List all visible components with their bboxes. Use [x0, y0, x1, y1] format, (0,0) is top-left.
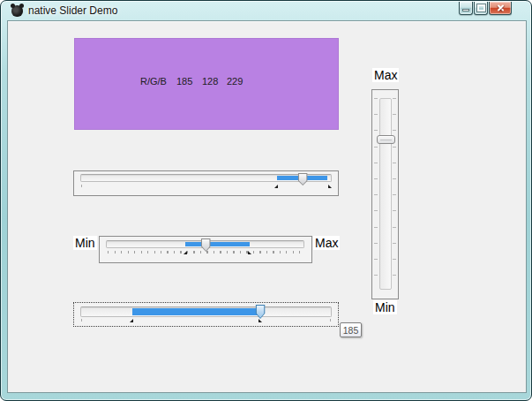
window-title: native Slider Demo — [28, 4, 117, 17]
blue-slider-focused[interactable] — [73, 302, 339, 327]
vertical-slider[interactable] — [371, 89, 399, 299]
blue-slider-thumb[interactable] — [256, 305, 266, 319]
red-value: 185 — [176, 76, 192, 87]
app-icon — [11, 5, 23, 17]
client-area: R/G/B 185 128 229 Min — [7, 20, 527, 393]
vertical-slider-min-label: Min — [373, 300, 397, 314]
caption-buttons — [459, 2, 512, 15]
red-slider-thumb[interactable] — [298, 173, 308, 185]
red-slider[interactable] — [73, 170, 339, 196]
close-icon — [496, 4, 506, 13]
app-window: native Slider Demo R/G/B 185 128 229 — [0, 0, 532, 401]
rgb-label: R/G/B — [140, 76, 167, 87]
maximize-button[interactable] — [474, 2, 488, 15]
green-slider[interactable] — [99, 236, 312, 263]
green-slider-rail — [106, 237, 304, 262]
slider-value-tooltip: 185 — [340, 322, 362, 337]
green-slider-thumb[interactable] — [201, 238, 211, 252]
minimize-icon — [462, 9, 469, 11]
vertical-slider-rail — [377, 98, 395, 290]
vertical-slider-thumb[interactable] — [377, 135, 395, 144]
title-bar[interactable]: native Slider Demo — [1, 1, 531, 20]
green-slider-min-label: Min — [73, 236, 97, 250]
close-button[interactable] — [489, 2, 512, 15]
green-value: 128 — [202, 76, 218, 87]
tooltip-value: 185 — [343, 325, 359, 336]
color-swatch: R/G/B 185 128 229 — [74, 38, 339, 130]
minimize-button[interactable] — [459, 2, 473, 15]
vertical-slider-max-label: Max — [372, 68, 399, 82]
blue-value: 229 — [227, 76, 243, 87]
blue-slider-rail — [80, 303, 332, 326]
red-slider-rail — [80, 171, 332, 195]
maximize-icon — [477, 4, 485, 11]
green-slider-max-label: Max — [313, 236, 340, 250]
